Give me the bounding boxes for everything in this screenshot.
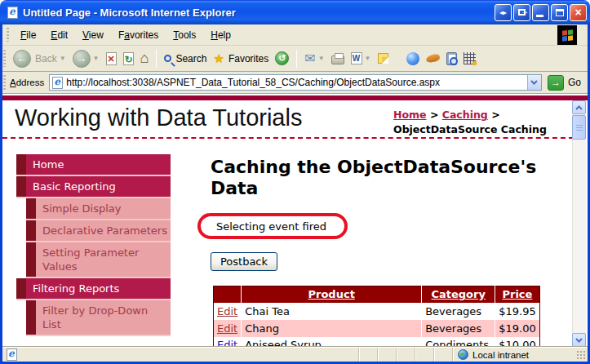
table-row: Edit Chang Beverages $19.00 (214, 320, 540, 337)
edit-link[interactable]: Edit (217, 305, 237, 317)
back-button[interactable]: ← Back ▼ (10, 50, 69, 68)
sidebar-item-label: Simple Display (36, 198, 171, 219)
mail-dropdown-icon[interactable]: ▼ (318, 55, 325, 62)
address-url-text[interactable]: http://localhost:3038/ASPNET_Data_Tutori… (66, 77, 527, 88)
address-input[interactable]: http://localhost:3038/ASPNET_Data_Tutori… (49, 74, 542, 91)
cell-product: Chang (242, 320, 422, 337)
ie-logo-icon (7, 7, 18, 19)
mail-button[interactable]: ✉ ▼ (301, 51, 327, 66)
selecting-event-label: Selecting event fired (201, 220, 326, 233)
search-label: Search (175, 53, 206, 64)
window-title: Untitled Page - Microsoft Internet Explo… (23, 7, 493, 19)
sidebar-item-home[interactable]: Home (16, 154, 171, 176)
maximize-button[interactable] (551, 4, 568, 21)
sidebar-accent-block (26, 198, 36, 219)
browser-viewport: Working with Data Tutorials Home > Cachi… (2, 94, 588, 347)
sidebar-item-setting-parameter-values[interactable]: Setting Parameter Values (26, 242, 171, 278)
custom-tool-button[interactable] (423, 55, 443, 62)
research-button[interactable] (443, 52, 460, 65)
forward-button[interactable]: → ▼ (69, 50, 103, 68)
back-dropdown-icon[interactable]: ▼ (60, 55, 66, 62)
site-title: Working with Data Tutorials (15, 104, 302, 131)
toolbar-grip[interactable] (3, 75, 6, 90)
minimize-button[interactable] (532, 4, 549, 21)
sidebar-item-basic-reporting[interactable]: Basic Reporting (16, 176, 171, 198)
search-button[interactable]: Search (161, 53, 210, 64)
table-header-row: Product Category Price (214, 286, 540, 303)
close-icon: × (574, 6, 581, 19)
stop-icon: ✕ (106, 52, 117, 65)
note-icon (378, 53, 388, 64)
windows-flag-icon (562, 29, 573, 41)
sidebar-item-label: Home (26, 154, 171, 175)
sidebar-item-label: Declarative Parameters (36, 220, 171, 241)
home-icon: ⌂ (140, 50, 149, 67)
menu-view[interactable]: View (75, 26, 111, 44)
scrollbar-thumb[interactable] (572, 115, 586, 140)
breadcrumb-caching-link[interactable]: Caching (442, 109, 488, 121)
toolbar-separator (296, 50, 297, 68)
window-popout-button[interactable] (513, 4, 530, 21)
print-icon (331, 55, 344, 64)
header-edit-column (214, 286, 242, 303)
edit-dropdown-icon[interactable]: ▼ (365, 55, 371, 62)
status-pane (378, 348, 397, 362)
cell-price: $10.00 (495, 337, 540, 348)
menu-file[interactable]: File (13, 26, 43, 44)
breadcrumb: Home > Caching > ObjectDataSource Cachin… (393, 108, 569, 136)
address-bar: Address http://localhost:3038/ASPNET_Dat… (2, 72, 588, 94)
messenger-sphere-icon (406, 52, 419, 65)
cell-price: $19.95 (495, 303, 540, 320)
messenger-button[interactable] (392, 52, 423, 65)
favorites-label: Favorites (228, 53, 268, 64)
edit-link[interactable]: Edit (217, 322, 237, 335)
left-right-arrows-icon: ◂▸ (499, 9, 506, 16)
maximize-icon (556, 9, 564, 16)
resize-grip[interactable] (576, 350, 586, 360)
close-button[interactable]: × (570, 4, 587, 21)
table-row: Edit Chai Tea Beverages $19.95 (214, 303, 540, 320)
edit-with-word-button[interactable]: W ▼ (348, 52, 375, 64)
header-dashed-divider (2, 137, 574, 139)
menu-help[interactable]: Help (203, 26, 238, 44)
discuss-button[interactable] (375, 53, 392, 64)
cell-category: Beverages (422, 303, 495, 320)
forward-dropdown-icon[interactable]: ▼ (93, 55, 100, 62)
back-icon: ← (13, 50, 31, 68)
address-dropdown-button[interactable] (527, 75, 541, 90)
header-price[interactable]: Price (495, 286, 540, 303)
sidebar-item-simple-display[interactable]: Simple Display (26, 198, 171, 220)
home-button[interactable]: ⌂ (137, 50, 153, 67)
toolbar-grip[interactable] (3, 50, 6, 68)
sidebar-accent-block (16, 278, 26, 299)
chevron-down-icon (575, 338, 583, 343)
favorites-button[interactable]: ★ Favorites (210, 51, 272, 66)
history-button[interactable]: ↺ (272, 51, 292, 65)
print-button[interactable] (328, 52, 348, 64)
zone-label: Local intranet (472, 350, 529, 360)
header-category[interactable]: Category (422, 286, 495, 303)
menu-tools[interactable]: Tools (166, 26, 203, 44)
go-button[interactable]: → Go (542, 75, 588, 91)
scroll-down-button[interactable] (572, 333, 586, 347)
sidebar-item-filtering-reports[interactable]: Filtering Reports (16, 278, 171, 300)
menu-favorites[interactable]: Favorites (111, 26, 166, 44)
sidebar-accent-block (26, 300, 36, 335)
matrix-tool-button[interactable] (460, 52, 479, 64)
sidebar-item-declarative-parameters[interactable]: Declarative Parameters (26, 220, 171, 242)
edit-link[interactable]: Edit (217, 339, 237, 347)
header-product[interactable]: Product (242, 286, 422, 303)
breadcrumb-home-link[interactable]: Home (393, 109, 427, 121)
menu-edit[interactable]: Edit (43, 26, 75, 44)
stop-button[interactable]: ✕ (103, 52, 120, 65)
back-label: Back (35, 53, 57, 64)
vertical-scrollbar[interactable] (572, 100, 586, 347)
toolbar-grip[interactable] (7, 28, 9, 42)
postback-button[interactable]: Postback (211, 252, 277, 271)
sidebar-item-filter-by-dropdown-list[interactable]: Filter by Drop-Down List (26, 300, 171, 336)
scroll-up-button[interactable] (572, 100, 586, 114)
refresh-button[interactable]: ↻ (120, 52, 137, 65)
status-pane (397, 348, 415, 362)
research-icon (446, 52, 457, 65)
window-restore-panes-button[interactable]: ◂▸ (495, 4, 512, 21)
